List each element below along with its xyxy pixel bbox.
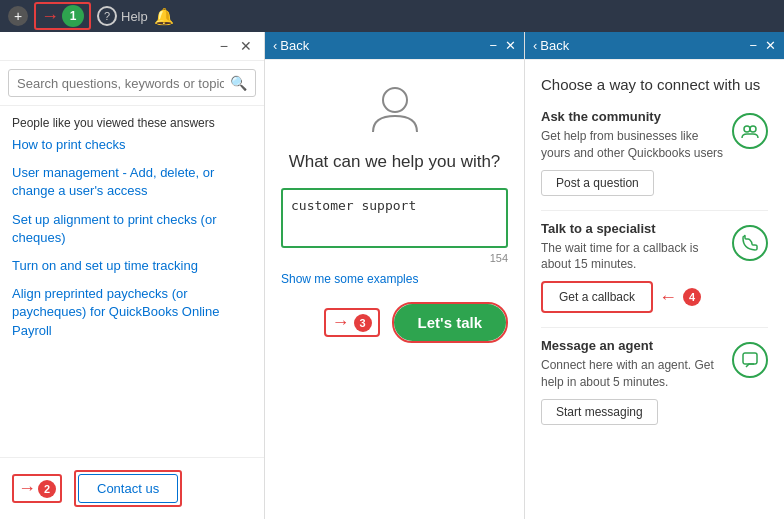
- back-button-right[interactable]: ‹ Back: [533, 38, 569, 53]
- search-icon: 🔍: [230, 75, 247, 91]
- panel-middle: ‹ Back − ✕ What can we help you with? cu…: [265, 32, 525, 519]
- message-agent-section: Message an agent Connect here with an ag…: [541, 338, 768, 425]
- ask-community-title: Ask the community: [541, 109, 724, 124]
- minimize-icon-middle[interactable]: −: [489, 38, 497, 53]
- panel-left: − ✕ 🔍 People like you viewed these answe…: [0, 32, 265, 519]
- talk-specialist-section: Talk to a specialist The wait time for a…: [541, 221, 768, 314]
- top-bar: + → 1 ? Help 🔔: [0, 0, 784, 32]
- contact-us-button[interactable]: Contact us: [78, 474, 178, 503]
- step2-arrow-icon: →: [18, 478, 36, 499]
- panel-right: ‹ Back − ✕ Choose a way to connect with …: [525, 32, 784, 519]
- main-area: − ✕ 🔍 People like you viewed these answe…: [0, 32, 784, 519]
- ask-community-section: Ask the community Get help from business…: [541, 109, 768, 196]
- talk-specialist-title: Talk to a specialist: [541, 221, 724, 236]
- callback-row: Get a callback ← 4: [541, 281, 768, 313]
- chevron-left-icon-right: ‹: [533, 38, 537, 53]
- lets-talk-button[interactable]: Let's talk: [394, 304, 506, 341]
- message-agent-row: Message an agent Connect here with an ag…: [541, 338, 768, 399]
- talk-specialist-text: Talk to a specialist The wait time for a…: [541, 221, 724, 282]
- connect-title: Choose a way to connect with us: [541, 76, 768, 93]
- avatar-icon: [365, 80, 425, 140]
- svg-rect-3: [743, 353, 757, 364]
- help-label: Help: [121, 9, 148, 24]
- right-content: Choose a way to connect with us Ask the …: [525, 60, 784, 519]
- help-input[interactable]: customer support: [291, 198, 498, 234]
- suggestion-item-4[interactable]: Align preprinted paychecks (or paycheque…: [12, 285, 252, 340]
- talk-specialist-desc: The wait time for a callback is about 15…: [541, 240, 724, 274]
- community-icon: [732, 113, 768, 149]
- char-count: 154: [281, 252, 508, 264]
- chat-icon: [732, 342, 768, 378]
- help-circle-icon: ?: [97, 6, 117, 26]
- divider-2: [541, 327, 768, 328]
- step1-annotation: → 1: [34, 2, 91, 30]
- minimize-button[interactable]: −: [216, 36, 232, 56]
- text-input-area: customer support: [281, 188, 508, 248]
- message-agent-desc: Connect here with an agent. Get help in …: [541, 357, 724, 391]
- suggestion-item-3[interactable]: Turn on and set up time tracking: [12, 257, 252, 275]
- suggestion-item-2[interactable]: Set up alignment to print checks (or che…: [12, 211, 252, 247]
- search-box: 🔍: [8, 69, 256, 97]
- bell-icon[interactable]: 🔔: [154, 7, 174, 26]
- panel-right-nav: ‹ Back − ✕: [525, 32, 784, 60]
- svg-point-0: [383, 88, 407, 112]
- svg-point-1: [744, 126, 750, 132]
- suggestion-item-1[interactable]: User management - Add, delete, or change…: [12, 164, 252, 200]
- ask-community-desc: Get help from businesses like yours and …: [541, 128, 724, 162]
- help-section: ? Help: [97, 6, 148, 26]
- get-callback-button[interactable]: Get a callback: [545, 285, 649, 309]
- suggestions-title: People like you viewed these answers: [0, 106, 264, 136]
- minimize-icon-right[interactable]: −: [749, 38, 757, 53]
- message-agent-text: Message an agent Connect here with an ag…: [541, 338, 724, 399]
- svg-point-2: [750, 126, 756, 132]
- panel-middle-nav: ‹ Back − ✕: [265, 32, 524, 60]
- message-agent-title: Message an agent: [541, 338, 724, 353]
- step1-badge: 1: [70, 9, 77, 23]
- ask-community-text: Ask the community Get help from business…: [541, 109, 724, 170]
- close-icon-middle[interactable]: ✕: [505, 38, 516, 53]
- post-question-button[interactable]: Post a question: [541, 170, 654, 196]
- show-examples-link[interactable]: Show me some examples: [281, 272, 418, 286]
- arrow-icon: →: [41, 6, 59, 27]
- talk-specialist-row: Talk to a specialist The wait time for a…: [541, 221, 768, 282]
- phone-icon: [732, 225, 768, 261]
- step3-badge: 3: [354, 314, 372, 332]
- close-button[interactable]: ✕: [236, 36, 256, 56]
- search-area: 🔍: [0, 61, 264, 106]
- start-messaging-button[interactable]: Start messaging: [541, 399, 658, 425]
- divider-1: [541, 210, 768, 211]
- chevron-left-icon: ‹: [273, 38, 277, 53]
- add-icon[interactable]: +: [8, 6, 28, 26]
- step4-arrow-icon: ←: [659, 287, 677, 308]
- close-icon-right[interactable]: ✕: [765, 38, 776, 53]
- panel-left-header: − ✕: [0, 32, 264, 61]
- suggestion-item-0[interactable]: How to print checks: [12, 136, 252, 154]
- panel-left-footer: → 2 Contact us: [0, 457, 264, 519]
- middle-content: What can we help you with? customer supp…: [265, 60, 524, 519]
- help-question-title: What can we help you with?: [289, 152, 501, 172]
- step4-badge: 4: [683, 288, 701, 306]
- lets-talk-row: → 3 Let's talk: [281, 302, 508, 343]
- suggestions-list: How to print checks User management - Ad…: [0, 136, 264, 340]
- ask-community-row: Ask the community Get help from business…: [541, 109, 768, 170]
- back-button-middle[interactable]: ‹ Back: [273, 38, 309, 53]
- step3-arrow-icon: →: [332, 312, 350, 333]
- back-label-middle: Back: [280, 38, 309, 53]
- back-label-right: Back: [540, 38, 569, 53]
- step2-badge: 2: [38, 480, 56, 498]
- search-input[interactable]: [17, 76, 224, 91]
